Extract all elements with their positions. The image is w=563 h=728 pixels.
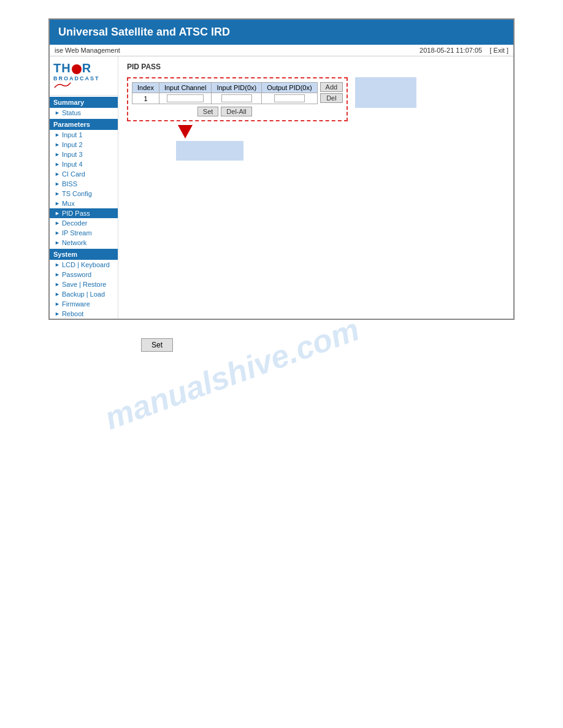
arrow-icon-pid-pass: ► [55, 210, 60, 216]
subtitle: ise Web Management [55, 47, 120, 54]
datetime: 2018-05-21 11:07:05 [419, 47, 482, 54]
input-input-pid[interactable] [221, 94, 252, 102]
arrow-icon-ts-config: ► [55, 191, 60, 197]
table-wrapper: Index Input Channel Input PID(0x) Output… [132, 82, 318, 116]
sidebar-label-pid-pass: PID Pass [62, 210, 90, 217]
col-input-channel: Input Channel [159, 83, 212, 93]
arrow-icon-password: ► [55, 271, 60, 278]
section-summary: Summary [50, 97, 118, 108]
sidebar-item-network[interactable]: ► Network [50, 238, 118, 248]
cell-input-pid [212, 93, 262, 104]
pid-pass-wrapper: Index Input Channel Input PID(0x) Output… [127, 77, 505, 121]
sidebar-label-network: Network [62, 239, 86, 246]
bottom-set-area: Set [141, 338, 545, 352]
arrow-icon-ci-card: ► [55, 171, 60, 177]
nav-bar: ise Web Management 2018-05-21 11:07:05 [… [50, 45, 513, 56]
dropdown-tooltip-box [176, 141, 243, 161]
col-output-pid: Output PID(0x) [262, 83, 317, 93]
sidebar-item-ci-card[interactable]: ► CI Card [50, 169, 118, 179]
sidebar-item-password[interactable]: ► Password [50, 270, 118, 279]
table-row: 1 [132, 93, 318, 104]
sidebar-label-reboot: Reboot [62, 310, 83, 317]
arrow-icon-firmware: ► [55, 301, 60, 307]
sidebar-item-input2[interactable]: ► Input 2 [50, 140, 118, 150]
arrow-icon-ip-stream: ► [55, 230, 60, 236]
sidebar-label-input2: Input 2 [62, 141, 83, 148]
arrow-icon-lcd: ► [55, 262, 60, 268]
datetime-exit: 2018-05-21 11:07:05 [ Exit ] [419, 47, 508, 54]
pid-pass-section: Index Input Channel Input PID(0x) Output… [127, 77, 348, 121]
app-title: Universal Satellite and ATSC IRD [58, 26, 230, 38]
add-button[interactable]: Add [320, 82, 343, 92]
sidebar-item-lcd-keyboard[interactable]: ► LCD | Keyboard [50, 260, 118, 270]
del-button[interactable]: Del [320, 93, 343, 103]
arrow-icon-save-restore: ► [55, 281, 60, 287]
add-del-col: Add Del [320, 82, 343, 103]
sidebar-item-firmware[interactable]: ► Firmware [50, 299, 118, 309]
sidebar-item-status[interactable]: ► Status [50, 108, 118, 118]
right-info-box [355, 77, 416, 108]
sidebar-item-pid-pass[interactable]: ► PID Pass [50, 208, 118, 218]
logo-text: THR [53, 61, 91, 75]
content-area: PID PASS Index [118, 56, 513, 319]
sidebar-label-decoder: Decoder [62, 219, 88, 227]
arrow-area [176, 125, 505, 161]
sidebar: THR BROADCAST Summary ► Status [50, 56, 118, 319]
cell-input-channel [159, 93, 212, 104]
arrow-icon-input1: ► [55, 132, 60, 138]
sidebar-item-save-restore[interactable]: ► Save | Restore [50, 279, 118, 289]
arrow-icon-input4: ► [55, 161, 60, 167]
sidebar-label-input4: Input 4 [62, 161, 83, 168]
sidebar-label-input1: Input 1 [62, 131, 83, 138]
sidebar-item-biss[interactable]: ► BISS [50, 179, 118, 189]
col-input-pid: Input PID(0x) [212, 83, 262, 93]
title-bar: Universal Satellite and ATSC IRD [50, 20, 513, 45]
sidebar-label-save-restore: Save | Restore [62, 281, 107, 288]
logo: THR BROADCAST [53, 61, 114, 90]
sidebar-label-mux: Mux [62, 200, 75, 207]
sidebar-item-input4[interactable]: ► Input 4 [50, 159, 118, 169]
pid-table: Index Input Channel Input PID(0x) Output… [132, 82, 318, 104]
arrow-icon-input3: ► [55, 151, 60, 157]
arrow-icon-mux: ► [55, 200, 60, 207]
sidebar-item-mux[interactable]: ► Mux [50, 199, 118, 208]
del-all-button[interactable]: Del-All [221, 107, 251, 116]
sidebar-item-input3[interactable]: ► Input 3 [50, 150, 118, 159]
arrow-down-container [176, 125, 194, 138]
table-adddel-row: Index Input Channel Input PID(0x) Output… [132, 82, 343, 116]
sidebar-label-backup-load: Backup | Load [62, 290, 105, 298]
bottom-set-button[interactable]: Set [141, 338, 173, 352]
sidebar-item-input1[interactable]: ► Input 1 [50, 130, 118, 140]
arrow-icon-biss: ► [55, 181, 60, 187]
sidebar-label-biss: BISS [62, 180, 77, 188]
input-output-pid[interactable] [274, 94, 305, 102]
input-input-channel[interactable] [167, 94, 204, 102]
cell-index: 1 [132, 93, 159, 104]
sidebar-item-ip-stream[interactable]: ► IP Stream [50, 228, 118, 238]
sidebar-item-backup-load[interactable]: ► Backup | Load [50, 289, 118, 299]
arrow-down-icon [178, 125, 193, 138]
exit-link[interactable]: [ Exit ] [489, 47, 508, 54]
sidebar-label-firmware: Firmware [62, 300, 90, 308]
sidebar-label-ci-card: CI Card [62, 170, 85, 178]
page-title: PID PASS [127, 63, 505, 71]
logo-broadcast: BROADCAST [53, 75, 114, 82]
sidebar-item-decoder[interactable]: ► Decoder [50, 218, 118, 228]
sidebar-label-password: Password [62, 271, 91, 278]
arrow-icon-backup-load: ► [55, 291, 60, 297]
sidebar-item-reboot[interactable]: ► Reboot [50, 309, 118, 319]
sidebar-label-input3: Input 3 [62, 151, 83, 158]
set-delall-row: Set Del-All [132, 107, 318, 116]
logo-circle-icon [72, 64, 82, 74]
main-layout: THR BROADCAST Summary ► Status [50, 56, 513, 319]
arrow-icon-reboot: ► [55, 311, 60, 317]
arrow-icon-network: ► [55, 240, 60, 246]
arrow-icon-status: ► [55, 110, 60, 116]
section-system: System [50, 249, 118, 260]
sidebar-label-status: Status [62, 109, 81, 116]
arrow-icon-input2: ► [55, 142, 60, 148]
sidebar-item-ts-config[interactable]: ► TS Config [50, 189, 118, 199]
watermark: manualshive.com [100, 311, 364, 437]
logo-area: THR BROADCAST [50, 56, 118, 96]
set-button[interactable]: Set [197, 107, 219, 116]
